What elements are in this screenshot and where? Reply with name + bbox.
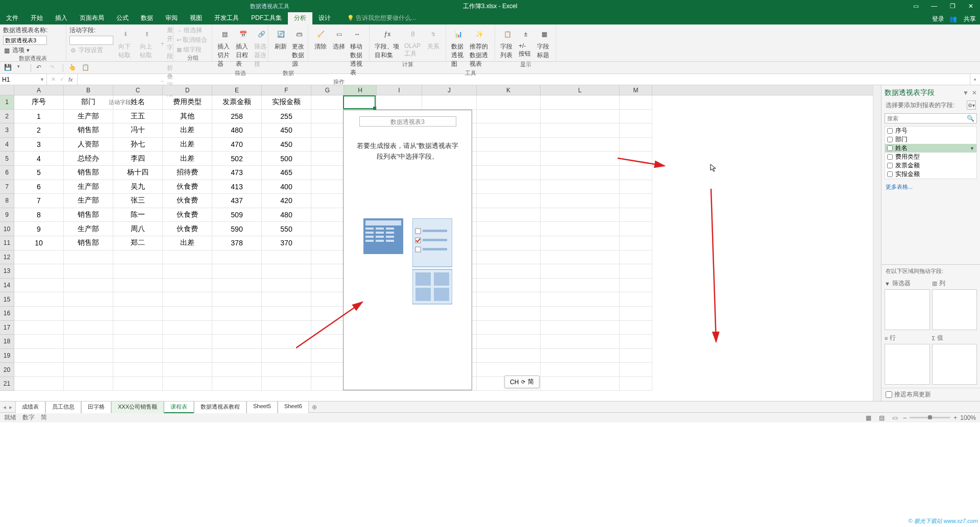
- cell[interactable]: 450: [262, 123, 311, 138]
- cell[interactable]: [212, 335, 262, 349]
- cell[interactable]: [311, 363, 344, 377]
- cell[interactable]: [14, 307, 64, 321]
- field-list-toggle[interactable]: 📋字段列表: [498, 26, 517, 61]
- restore-icon[interactable]: ❐: [943, 0, 962, 12]
- cell[interactable]: [620, 166, 652, 180]
- cell[interactable]: 吴九: [113, 180, 163, 194]
- formula-bar-expand-icon[interactable]: ▾: [970, 74, 980, 85]
- cell[interactable]: [64, 363, 113, 377]
- cell[interactable]: [212, 307, 262, 321]
- cell[interactable]: [113, 279, 163, 293]
- zoom-slider[interactable]: [910, 417, 950, 418]
- cell[interactable]: 2: [14, 123, 64, 138]
- cell[interactable]: 总经办: [64, 152, 113, 166]
- add-sheet-button[interactable]: ⊕: [309, 404, 320, 411]
- cell[interactable]: [64, 264, 113, 279]
- cell[interactable]: 400: [262, 180, 311, 194]
- cell[interactable]: 出差: [163, 236, 212, 250]
- cancel-formula-icon[interactable]: ✕: [51, 76, 56, 83]
- filter-connections-button[interactable]: 🔗筛选器连接: [252, 26, 271, 69]
- cell[interactable]: 周八: [113, 222, 163, 236]
- cell[interactable]: [163, 321, 212, 335]
- cell[interactable]: [477, 95, 541, 110]
- row-header[interactable]: 1: [0, 95, 14, 110]
- fx-icon[interactable]: fx: [68, 77, 73, 83]
- row-header[interactable]: 20: [0, 363, 14, 377]
- refresh-button[interactable]: 🔄刷新: [272, 26, 290, 52]
- cell[interactable]: [64, 335, 113, 349]
- row-header[interactable]: 12: [0, 250, 14, 265]
- cell[interactable]: [113, 349, 163, 363]
- cell[interactable]: [541, 264, 620, 279]
- field-settings-button[interactable]: ⚙字段设置: [69, 46, 113, 55]
- more-tables-link[interactable]: 更多表格...: [881, 180, 980, 194]
- cell[interactable]: [262, 377, 311, 391]
- zoom-in-button[interactable]: +: [953, 414, 957, 421]
- view-page-break-icon[interactable]: ▭: [890, 414, 900, 422]
- sheet-tab[interactable]: 田字格: [81, 401, 111, 413]
- cell[interactable]: 500: [262, 152, 311, 166]
- cell[interactable]: [64, 377, 113, 391]
- cell[interactable]: [477, 264, 541, 279]
- cell[interactable]: [477, 194, 541, 208]
- cell[interactable]: 生产部: [64, 194, 113, 208]
- cell[interactable]: 伙食费: [163, 222, 212, 236]
- cell[interactable]: [541, 279, 620, 293]
- cell[interactable]: [262, 279, 311, 293]
- cell[interactable]: 450: [262, 138, 311, 152]
- cell[interactable]: [311, 208, 344, 222]
- cell[interactable]: [311, 152, 344, 166]
- cell[interactable]: [620, 110, 652, 124]
- column-header-K[interactable]: K: [477, 85, 541, 95]
- row-header[interactable]: 15: [0, 292, 14, 307]
- cell[interactable]: [422, 95, 477, 110]
- values-drop-area[interactable]: [932, 344, 977, 385]
- cell[interactable]: [620, 264, 652, 279]
- ribbon-tab-9[interactable]: PDF工具集: [245, 12, 288, 24]
- name-box-dropdown-icon[interactable]: ▼: [40, 77, 44, 82]
- cell[interactable]: [163, 307, 212, 321]
- ime-indicator[interactable]: CH ⟳ 简: [504, 375, 540, 388]
- cell[interactable]: [541, 208, 620, 222]
- cell[interactable]: 258: [212, 110, 262, 124]
- cell[interactable]: 陈一: [113, 208, 163, 222]
- cell[interactable]: [620, 194, 652, 208]
- cell[interactable]: [14, 321, 64, 335]
- cell[interactable]: [311, 264, 344, 279]
- cell[interactable]: [212, 292, 262, 307]
- column-header-M[interactable]: M: [620, 85, 652, 95]
- cell[interactable]: [311, 180, 344, 194]
- ungroup-button[interactable]: ↩ 取消组合: [177, 36, 207, 44]
- field-pane-close-icon[interactable]: ✕: [972, 89, 977, 96]
- cell[interactable]: [311, 110, 344, 124]
- cell[interactable]: 480: [262, 208, 311, 222]
- spreadsheet-grid[interactable]: ABCDEFGHIJKLM 1序号部门姓名费用类型发票金额实报金额21生产部王五…: [0, 85, 873, 401]
- cell[interactable]: [163, 377, 212, 391]
- field-checkbox[interactable]: [887, 154, 893, 160]
- cell[interactable]: 437: [212, 194, 262, 208]
- pivot-name-input[interactable]: [3, 36, 47, 45]
- cell[interactable]: [620, 236, 652, 250]
- zoom-out-button[interactable]: –: [903, 414, 907, 421]
- cell[interactable]: [64, 279, 113, 293]
- cell[interactable]: [64, 292, 113, 307]
- cell[interactable]: [620, 180, 652, 194]
- cell[interactable]: [163, 349, 212, 363]
- cell[interactable]: 郑二: [113, 236, 163, 250]
- cell[interactable]: [477, 138, 541, 152]
- insert-timeline-button[interactable]: 📅插入日程表: [234, 26, 252, 69]
- cell[interactable]: [311, 123, 344, 138]
- ribbon-tab-2[interactable]: 插入: [49, 12, 74, 24]
- redo-icon[interactable]: ↷: [50, 64, 58, 72]
- row-header[interactable]: 5: [0, 152, 14, 166]
- cell[interactable]: [311, 321, 344, 335]
- olap-tools-button[interactable]: 🛢OLAP 工具: [402, 26, 424, 59]
- plusminus-toggle[interactable]: ±+/- 按钮: [517, 26, 535, 59]
- cell[interactable]: [620, 349, 652, 363]
- cell[interactable]: [541, 110, 620, 124]
- cell[interactable]: [477, 335, 541, 349]
- sheet-tab[interactable]: 数据透视表教程: [194, 401, 247, 413]
- cell[interactable]: [311, 349, 344, 363]
- cell[interactable]: [311, 166, 344, 180]
- cell[interactable]: [541, 363, 620, 377]
